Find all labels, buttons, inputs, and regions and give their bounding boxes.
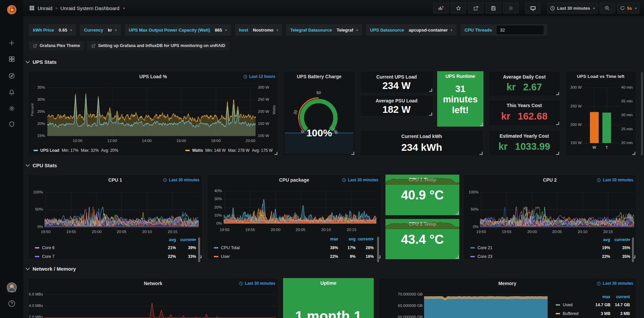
variable-value-dropdown[interactable]: kr▾ <box>108 28 117 33</box>
axis-tick-label: 150 W <box>258 122 269 126</box>
variable-value-dropdown[interactable]: 865▾ <box>215 28 227 33</box>
breadcrumb-separator: > <box>55 6 58 11</box>
user-avatar[interactable] <box>6 282 17 293</box>
star-button[interactable] <box>451 3 466 13</box>
zoom-out-button[interactable] <box>600 3 615 13</box>
refresh-button[interactable]: 5s ▾ <box>617 3 640 13</box>
stat-title[interactable]: Estimated Yearly Cost <box>489 133 560 139</box>
chart-canvas[interactable] <box>385 219 459 229</box>
link-label: Grafana Plex Theme <box>40 43 80 48</box>
variable-ups-max-output-power-capacity-watt-[interactable]: UPS Max Output Power Capacity (Watt)865▾ <box>125 24 231 36</box>
legend-series[interactable]: Core 7 <box>35 254 55 259</box>
dashboard-link[interactable]: Setting up Grafana and InfluxDB for UPS … <box>87 41 229 50</box>
legend-column-header[interactable]: current▾ <box>173 237 196 242</box>
variable-telegraf-datasource[interactable]: Telegraf DatasourceTelegraf▾ <box>286 24 362 36</box>
legend-series[interactable]: UPS LoadMin: 17%Max: 32%Avg: 20% <box>34 148 118 153</box>
help-icon[interactable] <box>6 298 17 309</box>
server-admin-shield-icon[interactable] <box>6 119 17 130</box>
time-range-badge[interactable]: Last 12 hours <box>243 74 275 79</box>
legend-series[interactable]: Buffered <box>556 311 579 316</box>
panel-this-years-cost: This Years Cost kr162.68 <box>489 100 560 126</box>
panel-resize-handle[interactable] <box>429 89 432 92</box>
variable-value-dropdown[interactable]: 0.65▾ <box>59 28 72 33</box>
configuration-gear-icon[interactable] <box>6 103 17 114</box>
legend-scrollbar[interactable] <box>632 237 634 262</box>
variable-value-dropdown[interactable]: Nostromo▾ <box>253 28 278 33</box>
grafana-logo-icon[interactable] <box>5 3 18 16</box>
dashboard-dropdown-caret[interactable]: ▾ <box>123 6 125 10</box>
time-range-badge[interactable]: Last 30 minutes <box>239 281 275 286</box>
axis-tick-label: 19:55 <box>240 228 260 232</box>
time-range-badge[interactable]: Last 30 minutes <box>597 281 633 286</box>
panel-resize-handle[interactable] <box>456 256 459 259</box>
legend-scrollbar[interactable] <box>198 237 200 262</box>
gauge-tick-label: 50 <box>315 91 322 95</box>
explore-compass-icon[interactable] <box>6 71 17 81</box>
legend-column-header[interactable]: current <box>606 294 630 299</box>
stat-title[interactable]: Average Daily Cost <box>489 74 560 80</box>
legend-series[interactable]: WattsMin: 148 WMax: 278 WAvg: 175 W <box>185 148 273 153</box>
variable-value-dropdown[interactable]: apcupsd-container▾ <box>409 28 452 33</box>
variable-currency[interactable]: Currencykr▾ <box>80 24 121 36</box>
panel-cpu2-temp: CPU 2 Temp 43.4 °C <box>385 219 459 259</box>
variable-cpu-threads[interactable]: CPU Threads32 <box>461 24 548 36</box>
variable-host[interactable]: hostNostromo▾ <box>235 24 282 36</box>
variable-label: kWh Price <box>33 28 54 33</box>
legend-value: 35% <box>607 254 630 259</box>
time-badge-label: Last 30 minutes <box>169 178 199 182</box>
stat-title[interactable]: Current Load kWh <box>360 134 483 139</box>
variable-value-dropdown[interactable]: Telegraf▾ <box>336 28 358 33</box>
stat-value: kr2.67 <box>489 82 560 93</box>
chart-canvas[interactable] <box>385 175 459 185</box>
time-range-badge[interactable]: Last 30 minutes <box>163 178 199 182</box>
panel-resize-handle[interactable] <box>456 212 459 215</box>
stat-title[interactable]: Average PSU Load <box>360 98 433 103</box>
stat-title[interactable]: Current UPS Load <box>360 74 433 80</box>
stat-title[interactable]: Uptime <box>283 280 374 286</box>
legend-series[interactable]: CPU Total <box>214 245 240 250</box>
stat-title[interactable]: This Years Cost <box>489 103 560 108</box>
share-button[interactable] <box>468 3 484 13</box>
section-ups-stats[interactable]: UPS Stats <box>26 59 57 65</box>
save-button[interactable] <box>486 3 501 13</box>
legend-column-header[interactable]: current▾ <box>607 237 630 242</box>
dashboard-settings-button[interactable] <box>503 3 518 13</box>
dashboard-title[interactable]: Unraid System Dashboard <box>60 5 120 11</box>
stat-title[interactable]: UPS Runtime <box>437 74 484 79</box>
panel-resize-handle[interactable] <box>480 123 483 126</box>
page-scrollbar[interactable] <box>641 72 643 155</box>
panel-resize-handle[interactable] <box>556 122 559 125</box>
panel-resize-handle[interactable] <box>479 152 482 155</box>
create-plus-icon[interactable] <box>6 38 17 48</box>
section-network-memory[interactable]: Network / Memory <box>26 266 76 272</box>
panel-cpu1-temp: CPU 1 Temp 40.9 °C <box>385 175 459 215</box>
legend-series[interactable]: Core 23 <box>470 254 492 259</box>
variable-input[interactable]: 32 <box>497 26 544 34</box>
legend-series[interactable]: Core 6 <box>35 245 55 250</box>
panel-resize-handle[interactable] <box>556 152 559 155</box>
legend-series[interactable]: Used <box>556 303 572 307</box>
chart-canvas[interactable] <box>28 72 278 155</box>
stat-value: 234 W <box>360 80 433 91</box>
time-range-badge[interactable]: Last 30 minutes <box>342 178 378 182</box>
add-panel-button[interactable] <box>433 3 449 13</box>
breadcrumb-folder[interactable]: Unraid <box>38 5 52 11</box>
panel-resize-handle[interactable] <box>429 112 432 116</box>
legend-series[interactable]: Core 21 <box>470 245 492 250</box>
panel-resize-handle[interactable] <box>556 92 559 95</box>
legend-scrollbar[interactable] <box>377 237 379 262</box>
legend-series[interactable]: User <box>214 254 230 259</box>
stat-value: 234 kWh <box>360 142 483 153</box>
tv-cycle-button[interactable] <box>525 3 541 13</box>
dashboards-icon[interactable] <box>6 54 17 64</box>
legend-column-header[interactable]: current▾ <box>350 237 374 241</box>
variable-kwh-price[interactable]: kWh Price0.65▾ <box>29 24 76 36</box>
alerting-bell-icon[interactable] <box>6 87 17 98</box>
section-cpu-stats[interactable]: CPU Stats <box>26 163 57 168</box>
time-range-picker[interactable]: Last 30 minutes ▾ <box>547 3 597 13</box>
axis-tick-label: 20:10 <box>572 230 593 234</box>
variable-ups-datasource[interactable]: UPS Datasourceapcupsd-container▾ <box>366 24 456 36</box>
legend-value: 3 MB <box>606 311 630 316</box>
time-range-badge[interactable]: Last 30 minutes <box>597 178 633 182</box>
dashboard-link[interactable]: Grafana Plex Theme <box>29 41 84 50</box>
